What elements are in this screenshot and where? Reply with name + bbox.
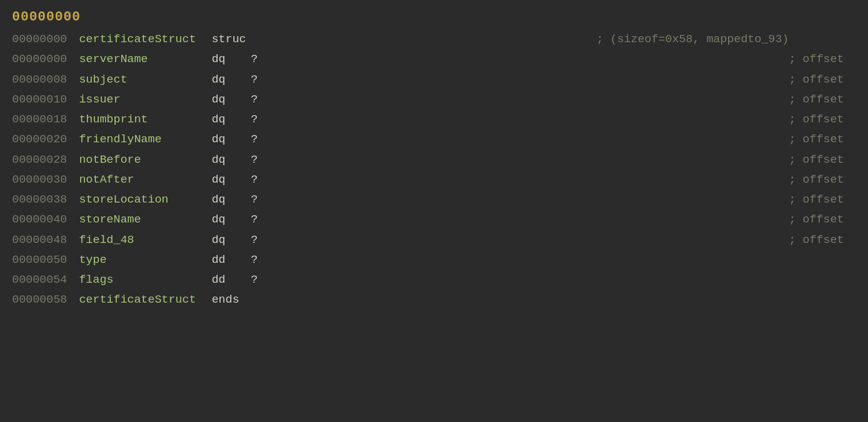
row-type: dq bbox=[212, 170, 251, 190]
row-spacer bbox=[597, 150, 789, 170]
header-struct-name: certificateStruct bbox=[79, 30, 212, 49]
row-value: ? bbox=[251, 150, 596, 170]
table-row: 00000038storeLocationdq?; offset bbox=[12, 190, 856, 210]
row-value: ? bbox=[251, 250, 596, 270]
row-field-name: type bbox=[79, 250, 212, 270]
row-type: dq bbox=[212, 150, 251, 170]
row-type: dq bbox=[212, 190, 251, 210]
row-field-name: serverName bbox=[79, 49, 212, 69]
row-comment: ; offset bbox=[789, 70, 856, 90]
row-type: dd bbox=[212, 250, 251, 270]
code-table: 00000000 certificateStruct struc ; (size… bbox=[12, 30, 856, 310]
row-value: ? bbox=[251, 130, 596, 150]
table-row: 00000018thumbprintdq?; offset bbox=[12, 110, 856, 130]
footer-struct-name: certificateStruct bbox=[79, 290, 212, 310]
table-row: 00000040storeNamedq?; offset bbox=[12, 210, 856, 230]
row-spacer bbox=[597, 130, 789, 150]
row-comment bbox=[789, 250, 856, 270]
header-row: 00000000 certificateStruct struc ; (size… bbox=[12, 30, 856, 49]
footer-comment bbox=[597, 290, 789, 310]
row-field-name: friendlyName bbox=[79, 130, 212, 150]
row-field-name: issuer bbox=[79, 90, 212, 110]
title: 00000000 bbox=[12, 10, 856, 25]
table-row: 00000020friendlyNamedq?; offset bbox=[12, 130, 856, 150]
row-spacer bbox=[597, 250, 789, 270]
row-comment: ; offset bbox=[789, 130, 856, 150]
row-type: dq bbox=[212, 130, 251, 150]
footer-row: 00000058 certificateStruct ends bbox=[12, 290, 856, 310]
footer-addr: 00000058 bbox=[12, 290, 79, 310]
row-type: dq bbox=[212, 230, 251, 250]
row-value: ? bbox=[251, 170, 596, 190]
row-value: ? bbox=[251, 110, 596, 130]
table-row: 00000010issuerdq?; offset bbox=[12, 90, 856, 110]
table-row: 00000048field_48dq?; offset bbox=[12, 230, 856, 250]
row-spacer bbox=[597, 110, 789, 130]
row-spacer bbox=[597, 230, 789, 250]
row-type: dq bbox=[212, 210, 251, 230]
row-spacer bbox=[597, 190, 789, 210]
row-comment: ; offset bbox=[789, 49, 856, 69]
row-value: ? bbox=[251, 190, 596, 210]
row-comment: ; offset bbox=[789, 150, 856, 170]
table-row: 00000028notBeforedq?; offset bbox=[12, 150, 856, 170]
code-body: 00000000serverNamedq?; offset00000008sub… bbox=[12, 49, 856, 290]
row-spacer bbox=[597, 90, 789, 110]
row-spacer bbox=[597, 270, 789, 290]
row-type: dd bbox=[212, 270, 251, 290]
header-addr: 00000000 bbox=[12, 30, 79, 49]
row-field-name: storeLocation bbox=[79, 190, 212, 210]
row-spacer bbox=[597, 170, 789, 190]
row-comment: ; offset bbox=[789, 110, 856, 130]
row-field-name: notAfter bbox=[79, 170, 212, 190]
row-comment: ; offset bbox=[789, 90, 856, 110]
row-addr: 00000030 bbox=[12, 170, 79, 190]
row-value: ? bbox=[251, 270, 596, 290]
row-comment: ; offset bbox=[789, 230, 856, 250]
row-field-name: subject bbox=[79, 70, 212, 90]
row-value: ? bbox=[251, 49, 596, 69]
row-addr: 00000020 bbox=[12, 130, 79, 150]
footer-keyword: ends bbox=[212, 290, 251, 310]
row-comment: ; offset bbox=[789, 210, 856, 230]
footer-spacer bbox=[251, 290, 596, 310]
row-field-name: flags bbox=[79, 270, 212, 290]
row-field-name: notBefore bbox=[79, 150, 212, 170]
table-row: 00000050typedd? bbox=[12, 250, 856, 270]
row-addr: 00000000 bbox=[12, 49, 79, 69]
row-value: ? bbox=[251, 210, 596, 230]
row-field-name: thumbprint bbox=[79, 110, 212, 130]
table-row: 00000054flagsdd? bbox=[12, 270, 856, 290]
row-addr: 00000050 bbox=[12, 250, 79, 270]
row-addr: 00000048 bbox=[12, 230, 79, 250]
row-addr: 00000010 bbox=[12, 90, 79, 110]
row-comment: ; offset bbox=[789, 190, 856, 210]
row-value: ? bbox=[251, 70, 596, 90]
table-row: 00000030notAfterdq?; offset bbox=[12, 170, 856, 190]
row-value: ? bbox=[251, 90, 596, 110]
row-comment: ; offset bbox=[789, 170, 856, 190]
code-view: 00000000 00000000 certificateStruct stru… bbox=[0, 0, 868, 422]
row-type: dq bbox=[212, 49, 251, 69]
row-spacer bbox=[597, 210, 789, 230]
header-comment: ; (sizeof=0x58, mappedto_93) bbox=[597, 30, 789, 49]
row-type: dq bbox=[212, 70, 251, 90]
row-spacer bbox=[597, 70, 789, 90]
row-addr: 00000018 bbox=[12, 110, 79, 130]
row-spacer bbox=[597, 49, 789, 69]
row-addr: 00000054 bbox=[12, 270, 79, 290]
row-comment bbox=[789, 270, 856, 290]
row-value: ? bbox=[251, 230, 596, 250]
row-field-name: field_48 bbox=[79, 230, 212, 250]
table-row: 00000000serverNamedq?; offset bbox=[12, 49, 856, 69]
header-spacer bbox=[251, 30, 596, 49]
row-type: dq bbox=[212, 110, 251, 130]
row-addr: 00000008 bbox=[12, 70, 79, 90]
row-addr: 00000040 bbox=[12, 210, 79, 230]
table-row: 00000008subjectdq?; offset bbox=[12, 70, 856, 90]
row-addr: 00000038 bbox=[12, 190, 79, 210]
row-field-name: storeName bbox=[79, 210, 212, 230]
header-keyword: struc bbox=[212, 30, 251, 49]
row-type: dq bbox=[212, 90, 251, 110]
row-addr: 00000028 bbox=[12, 150, 79, 170]
